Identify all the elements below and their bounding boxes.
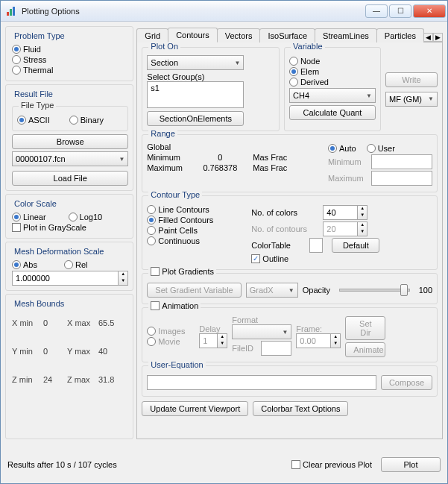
set-dir-button: Set Dir (345, 316, 385, 340)
ymin-label: Y min (12, 347, 43, 356)
radio-abs[interactable]: Abs (12, 260, 37, 269)
ploton-mode-select[interactable]: Section▼ (147, 55, 244, 70)
range-max-unit: Mas Frac (253, 163, 287, 172)
range-user-min-input (371, 154, 432, 169)
ymin-val: 0 (43, 347, 67, 356)
radio-user[interactable]: User (367, 144, 395, 153)
check-clear-previous[interactable]: Clear previous Plot (291, 460, 372, 469)
zmax-label: Z max (67, 375, 98, 384)
frame-spinner: ▲▼ (330, 333, 341, 348)
update-viewport-button[interactable]: Update Current Viewport (142, 401, 248, 416)
tab-contours[interactable]: Contours (168, 28, 218, 43)
tab-streamlines[interactable]: StreamLines (315, 28, 377, 43)
radio-log10[interactable]: Log10 (69, 213, 103, 221)
ncolors-spinner[interactable]: ▲▼ (357, 205, 367, 220)
tabstrip: Grid Contours Vectors IsoSurface StreamL… (136, 26, 443, 43)
range-user-max-input (371, 171, 432, 186)
close-button[interactable]: ✕ (413, 4, 446, 18)
opacity-label: Opacity (303, 286, 330, 295)
delay-spinner: ▲▼ (217, 333, 227, 348)
ymax-label: Y max (67, 347, 98, 356)
range-min-label: Minimum (147, 153, 187, 162)
default-button[interactable]: Default (332, 238, 379, 253)
calculate-quant-button[interactable]: Calculate Quant (289, 105, 376, 120)
radio-node[interactable]: Node (289, 57, 320, 66)
radio-movie: Movie (147, 337, 180, 346)
tab-isosurface[interactable]: IsoSurface (259, 28, 315, 43)
radio-auto[interactable]: Auto (328, 144, 356, 153)
fileid-input (261, 341, 291, 356)
tab-grid[interactable]: Grid (136, 28, 168, 43)
problem-type-group: Problem Type Fluid Stress Thermal (5, 26, 133, 81)
radio-line-contours[interactable]: Line Contours (147, 205, 209, 214)
delay-label: Delay (199, 324, 227, 333)
ncontours-label: No. of contours (251, 224, 318, 233)
fileid-label: FileID (232, 344, 253, 353)
opacity-value: 100 (419, 286, 432, 295)
grad-select: GradX▼ (246, 283, 298, 298)
range-min-val: 0 (198, 153, 242, 162)
select-groups-label: Select Group(s) (147, 72, 274, 81)
tab-vectors[interactable]: Vectors (217, 28, 261, 43)
radio-thermal[interactable]: Thermal (12, 66, 53, 75)
radio-paint-cells[interactable]: Paint Cells (147, 226, 198, 235)
format-label: Format (232, 315, 291, 324)
radio-continuous[interactable]: Continuous (147, 236, 200, 245)
plot-button[interactable]: Plot (381, 457, 441, 472)
mf-gm-select[interactable]: MF (GM)▼ (385, 92, 438, 107)
ymax-val: 40 (98, 347, 122, 356)
mesh-def-value[interactable]: 1.000000 (12, 271, 118, 286)
radio-elem[interactable]: Elem (289, 67, 319, 76)
ncontours-spinner: ▲▼ (357, 221, 367, 236)
radio-fluid[interactable]: Fluid (12, 45, 41, 54)
xmin-label: X min (12, 318, 43, 327)
maximize-button[interactable]: ☐ (389, 4, 411, 18)
section-on-elements-button[interactable]: SectionOnElements (147, 111, 244, 126)
radio-rel[interactable]: Rel (64, 260, 88, 269)
groups-listbox[interactable]: s1 (147, 81, 244, 108)
colorbar-text-options-button[interactable]: Colorbar Text Options (253, 401, 348, 416)
compose-button: Compose (381, 375, 432, 390)
colortable-swatch[interactable] (309, 238, 323, 253)
write-button[interactable]: Write (385, 72, 438, 87)
window-title: Plotting Options (22, 7, 365, 16)
check-plot-gradients[interactable]: Plot Gradients (151, 267, 214, 276)
range-user-max-label: Maximum (328, 174, 367, 183)
set-gradient-variable-button: Set Gradient Variable (147, 283, 241, 298)
file-select[interactable]: 00000107.fcn▼ (12, 151, 128, 166)
mesh-def-spinner[interactable]: ▲▼ (118, 271, 128, 286)
tab-particles[interactable]: Particles (376, 28, 424, 43)
tab-scroll-right[interactable]: ▶ (433, 33, 443, 42)
browse-button[interactable]: Browse (12, 134, 128, 149)
colortable-label: ColorTable (251, 241, 305, 250)
svg-rect-1 (10, 9, 12, 16)
check-outline[interactable]: Outline (251, 254, 288, 263)
mesh-bounds-title: Mesh Bounds (12, 299, 66, 308)
tab-scroll-left[interactable]: ◀ (423, 33, 433, 42)
result-file-title: Result File (12, 89, 55, 98)
load-file-button[interactable]: Load File (12, 171, 128, 186)
radio-ascii[interactable]: ASCII (17, 116, 50, 125)
radio-binary[interactable]: Binary (69, 116, 104, 125)
ncolors-input[interactable]: 40 (323, 205, 357, 220)
minimize-button[interactable]: — (365, 4, 388, 18)
range-min-unit: Mas Frac (253, 153, 287, 162)
check-animation[interactable]: Animation (151, 301, 198, 310)
radio-stress[interactable]: Stress (12, 55, 46, 64)
user-eq-input[interactable] (147, 375, 376, 390)
quantity-select[interactable]: CH4▼ (289, 88, 376, 103)
radio-filled-contours[interactable]: Filled Contours (147, 216, 213, 224)
app-icon (5, 5, 17, 17)
radio-derived[interactable]: Derived (289, 78, 329, 87)
check-grayscale[interactable]: Plot in GrayScale (12, 223, 86, 232)
frame-label: Frame: (296, 324, 341, 333)
radio-images: Images (147, 327, 185, 336)
radio-linear[interactable]: Linear (12, 213, 46, 221)
ncontours-input: 20 (323, 221, 357, 236)
result-file-group: Result File File Type ASCII Binary Brows… (5, 84, 133, 191)
color-scale-group: Color Scale Linear Log10 Plot in GraySca… (5, 194, 133, 239)
ncolors-label: No. of colors (251, 208, 318, 217)
opacity-slider[interactable] (339, 289, 410, 292)
svg-rect-2 (13, 7, 15, 16)
mesh-bounds-group: Mesh Bounds X min0 X max65.5 Y min0 Y ma… (5, 294, 133, 439)
